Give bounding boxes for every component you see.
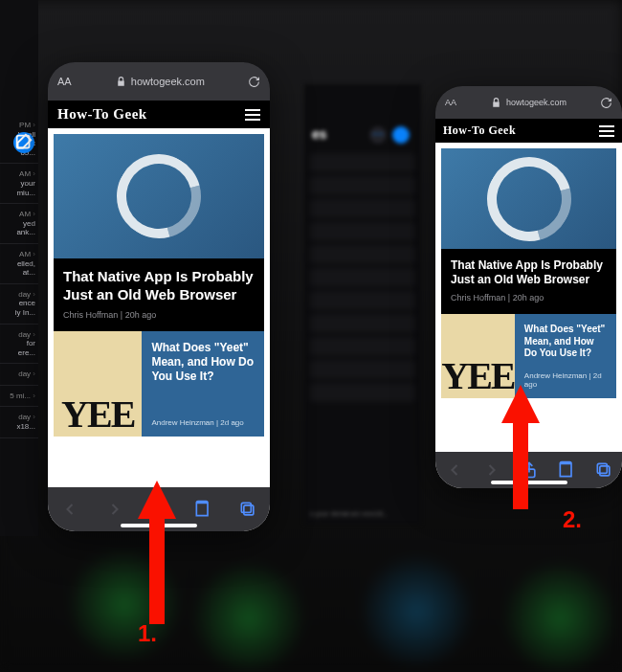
refresh-icon[interactable]	[600, 97, 612, 109]
article2-title: What Does "Yeet" Mean, and How Do You Us…	[524, 324, 607, 360]
svg-rect-3	[241, 503, 251, 512]
back-icon	[60, 500, 79, 519]
address-bar[interactable]: AA howtogeek.com	[435, 86, 622, 119]
step-label-2: 2.	[563, 506, 582, 533]
url-text: howtogeek.com	[131, 76, 205, 87]
bookmarks-icon[interactable]	[193, 500, 212, 519]
article1-hero-image[interactable]	[441, 148, 616, 249]
article1-title: That Native App Is Probably Just an Old …	[451, 258, 607, 287]
svg-rect-2	[244, 505, 254, 515]
list-item	[310, 153, 415, 172]
list-item: AM ›elled,at...	[0, 244, 38, 284]
article1-title: That Native App Is Probably Just an Old …	[63, 268, 255, 304]
article2-title: What Does "Yeet" Mean, and How Do You Us…	[151, 341, 255, 384]
annotation-arrow-1	[138, 481, 176, 628]
lock-icon	[490, 97, 502, 109]
svg-rect-5	[599, 466, 609, 476]
menu-icon[interactable]	[599, 125, 614, 137]
article2-card[interactable]: YEE What Does "Yeet" Mean, and How Do Yo…	[54, 331, 264, 437]
compose-button[interactable]	[392, 126, 410, 144]
article2-thumb: YEE	[54, 331, 142, 437]
site-logo[interactable]: How-To Geek	[443, 123, 516, 138]
list-item: day ›x18...	[0, 407, 38, 437]
site-header: How-To Geek	[435, 119, 622, 143]
text-size-button[interactable]: AA	[445, 98, 456, 107]
list-item	[310, 268, 415, 287]
list-item	[310, 291, 415, 310]
list-item	[310, 245, 415, 264]
refresh-icon[interactable]	[248, 76, 260, 88]
header-partial: es	[312, 126, 327, 142]
background-app-left[interactable]: PM ›k callr A/c05...AM ›yourmiu...AM ›ye…	[0, 0, 38, 536]
tabs-icon[interactable]	[238, 500, 257, 519]
article1-meta: Chris Hoffman | 20h ago	[63, 310, 255, 320]
text-size-button[interactable]: AA	[57, 76, 72, 87]
article1-card[interactable]: That Native App Is Probably Just an Old …	[54, 258, 264, 331]
compose-button[interactable]	[13, 132, 34, 153]
list-item: day ›forere...	[0, 325, 38, 365]
list-item	[310, 222, 415, 241]
article2-meta: Andrew Heinzman | 2d ago	[151, 418, 255, 427]
article1-hero-image[interactable]	[54, 134, 264, 258]
list-item: 5 mi... ›	[0, 386, 38, 408]
list-item: day ›	[0, 364, 38, 386]
safari-app-card-step1[interactable]: AA howtogeek.com How-To Geek That Native…	[48, 62, 270, 531]
footer-partial: o your demat a/c xxxx18...	[310, 510, 389, 517]
lock-icon	[115, 76, 127, 88]
list-item: AM ›yourmiu...	[0, 164, 38, 204]
site-header: How-To Geek	[48, 101, 270, 128]
background-app-middle[interactable]: ⋯ es o your demat a/c xxxx18...	[304, 84, 421, 525]
list-item	[310, 176, 415, 195]
forward-icon	[482, 460, 501, 480]
list-item: AM ›yedank...	[0, 204, 38, 244]
list-item	[310, 383, 415, 402]
list-item	[310, 360, 415, 379]
list-item	[310, 314, 415, 333]
annotation-arrow-2	[501, 385, 540, 513]
article1-card[interactable]: That Native App Is Probably Just an Old …	[441, 249, 616, 314]
more-icon: ⋯	[369, 126, 387, 144]
back-icon	[445, 460, 464, 480]
bookmarks-icon[interactable]	[557, 460, 576, 480]
menu-icon[interactable]	[245, 109, 260, 121]
list-item	[310, 337, 415, 356]
url-text: howtogeek.com	[506, 98, 566, 107]
step-label-1: 1.	[138, 620, 157, 647]
forward-icon	[105, 500, 124, 519]
address-bar[interactable]: AA howtogeek.com	[48, 62, 270, 101]
list-item	[310, 199, 415, 218]
article1-meta: Chris Hoffman | 20h ago	[451, 293, 607, 302]
tabs-icon[interactable]	[594, 460, 613, 480]
list-item: day ›enceiy In...	[0, 284, 38, 325]
svg-rect-6	[597, 463, 607, 473]
web-page: How-To Geek That Native App Is Probably …	[48, 101, 270, 531]
site-logo[interactable]: How-To Geek	[57, 106, 147, 123]
